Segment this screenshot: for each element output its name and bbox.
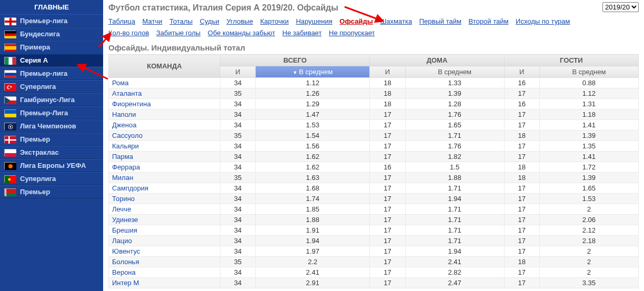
- stat-cell: 17: [370, 267, 405, 278]
- stat-cell: 17: [504, 141, 539, 152]
- tab-link[interactable]: Второй тайм: [469, 17, 509, 25]
- stat-cell: 34: [220, 120, 255, 131]
- team-link[interactable]: Фиорентина: [109, 99, 220, 109]
- stat-cell: 17: [370, 152, 405, 162]
- team-link[interactable]: Парма: [109, 152, 220, 162]
- stat-cell: 34: [220, 194, 255, 204]
- season-select[interactable]: 2019/20: [602, 2, 639, 12]
- stat-cell: 17: [504, 152, 539, 162]
- sidebar-item-label: Экстраклас: [20, 148, 59, 156]
- sidebar-item-czech[interactable]: Гамбринус-Лига: [0, 93, 103, 106]
- stat-cell: 16: [370, 162, 405, 173]
- table-row: Кальяри341.56171.76171.35: [109, 141, 639, 152]
- tab-link[interactable]: Кол-во голов: [108, 29, 149, 37]
- sidebar-item-label: Суперлига: [20, 175, 56, 183]
- main-content: 2019/20 Футбол статистика, Италия Серия …: [103, 0, 644, 291]
- col-header[interactable]: В среднем: [539, 66, 638, 78]
- sidebar-item-label: Бундеслига: [20, 30, 60, 38]
- svg-rect-36: [5, 189, 16, 194]
- sidebar-item-spain[interactable]: Примера: [0, 41, 103, 54]
- sidebar-item-russia[interactable]: Премьер-лига: [0, 67, 103, 80]
- team-link[interactable]: Брешия: [109, 225, 220, 236]
- stat-cell: 17: [370, 109, 405, 120]
- svg-point-32: [8, 164, 13, 168]
- team-link[interactable]: Лечче: [109, 204, 220, 215]
- team-link[interactable]: Торино: [109, 194, 220, 204]
- tab-link[interactable]: Не забивает: [283, 29, 322, 37]
- sidebar-item-denmark[interactable]: Премьер: [0, 133, 103, 146]
- col-header[interactable]: В среднем: [405, 66, 504, 78]
- tab-link[interactable]: Угловые: [226, 17, 253, 25]
- sidebar-header: ГЛАВНЫЕ: [0, 0, 103, 14]
- tab-link[interactable]: Не пропускает: [329, 29, 375, 37]
- tab-link[interactable]: Матчи: [143, 17, 163, 25]
- sidebar-item-uefa-el[interactable]: Лига Европы УЕФА: [0, 159, 103, 172]
- tab-link[interactable]: Забитые голы: [156, 29, 200, 37]
- team-link[interactable]: Наполи: [109, 109, 220, 120]
- team-link[interactable]: Интер М: [109, 278, 220, 288]
- stat-cell: 1.39: [539, 173, 638, 183]
- team-link[interactable]: Болонья: [109, 257, 220, 267]
- team-link[interactable]: Сассуоло: [109, 131, 220, 141]
- stat-cell: 34: [220, 225, 255, 236]
- sidebar-item-england[interactable]: Премьер-лига: [0, 14, 103, 27]
- team-link[interactable]: Феррара: [109, 162, 220, 173]
- stat-cell: 17: [370, 204, 405, 215]
- tab-link[interactable]: Нарушения: [296, 17, 332, 25]
- team-link[interactable]: Сампдория: [109, 183, 220, 194]
- stat-cell: 18: [504, 162, 539, 173]
- team-link[interactable]: Рома: [109, 78, 220, 88]
- sidebar-item-poland[interactable]: Экстраклас: [0, 146, 103, 159]
- stat-cell: 1.71: [405, 215, 504, 225]
- stat-cell: 1.71: [405, 204, 504, 215]
- team-link[interactable]: Верона: [109, 267, 220, 278]
- tab-link[interactable]: Судьи: [200, 17, 219, 25]
- sidebar-item-ukraine[interactable]: Премьер-Лига: [0, 106, 103, 119]
- sidebar-item-uefa-cl[interactable]: Лига Чемпионов: [0, 119, 103, 133]
- tab-link[interactable]: Обе команды забьют: [208, 29, 275, 37]
- table-row: Парма341.62171.82171.41: [109, 152, 639, 162]
- flag-portugal-icon: [4, 175, 16, 183]
- tab-link[interactable]: Таблица: [108, 17, 135, 25]
- team-link[interactable]: Дженоа: [109, 120, 220, 131]
- team-link[interactable]: Кальяри: [109, 141, 220, 152]
- sidebar-item-label: Гамбринус-Лига: [20, 96, 75, 104]
- tab-link[interactable]: Исходы по турам: [516, 17, 570, 25]
- stat-cell: 1.41: [539, 152, 638, 162]
- sidebar-item-belarus[interactable]: Премьер: [0, 185, 103, 198]
- tab-link[interactable]: Тоталы: [169, 17, 193, 25]
- svg-rect-40: [6, 189, 6, 196]
- stat-cell: 35: [220, 257, 255, 267]
- team-link[interactable]: Аталанта: [109, 88, 220, 99]
- tab-link[interactable]: Шахматка: [380, 17, 412, 25]
- sidebar-item-italy[interactable]: Серия А: [0, 54, 103, 67]
- stat-cell: 2.82: [405, 267, 504, 278]
- stat-cell: 1.56: [256, 141, 370, 152]
- team-link[interactable]: Лацио: [109, 236, 220, 246]
- col-header[interactable]: И: [220, 66, 255, 78]
- team-link[interactable]: Удинезе: [109, 215, 220, 225]
- team-link[interactable]: Милан: [109, 173, 220, 183]
- team-link[interactable]: Ювентус: [109, 246, 220, 257]
- stat-cell: 17: [370, 278, 405, 288]
- col-team[interactable]: КОМАНДА: [109, 55, 220, 78]
- flag-belarus-icon: [4, 188, 16, 196]
- col-header[interactable]: И: [504, 66, 539, 78]
- stat-cell: 18: [370, 99, 405, 109]
- stat-cell: 17: [370, 194, 405, 204]
- tab-link[interactable]: Карточки: [260, 17, 289, 25]
- stat-cell: 17: [370, 225, 405, 236]
- svg-rect-30: [5, 153, 16, 157]
- svg-rect-5: [5, 36, 16, 38]
- stat-cell: 1.71: [405, 131, 504, 141]
- sidebar-item-germany[interactable]: Бундеслига: [0, 27, 103, 41]
- col-header[interactable]: И: [370, 66, 405, 78]
- sidebar-item-label: Примера: [20, 43, 50, 51]
- stat-cell: 1.39: [539, 131, 638, 141]
- tab-link[interactable]: Офсайды: [339, 17, 373, 25]
- col-header[interactable]: ▼В среднем: [256, 66, 370, 78]
- stat-cell: 1.31: [539, 99, 638, 109]
- sidebar-item-turkey[interactable]: Суперлига: [0, 80, 103, 93]
- tab-link[interactable]: Первый тайм: [419, 17, 461, 25]
- sidebar-item-portugal[interactable]: Суперлига: [0, 172, 103, 185]
